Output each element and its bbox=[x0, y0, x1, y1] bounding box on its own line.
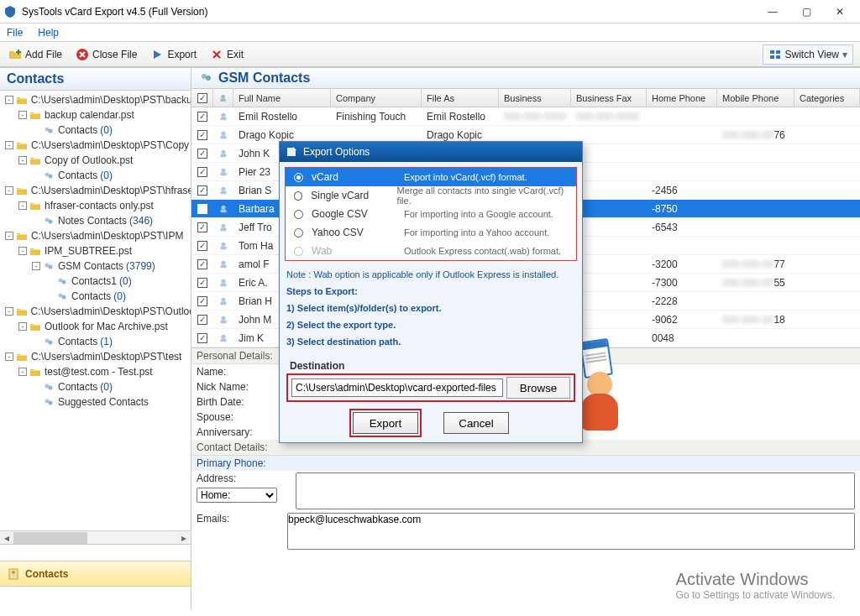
col-categories[interactable]: Categories bbox=[794, 89, 860, 107]
export-option-google-csv[interactable]: Google CSVFor importing into a Google ac… bbox=[286, 205, 576, 223]
switch-view-button[interactable]: Switch View ▾ bbox=[763, 44, 853, 65]
menubar: File Help bbox=[0, 23, 860, 42]
svg-point-6 bbox=[49, 129, 53, 133]
sidebar-nav-contacts[interactable]: Contacts bbox=[0, 561, 191, 586]
svg-rect-2 bbox=[776, 50, 780, 54]
folder-icon bbox=[29, 109, 41, 121]
expander-icon[interactable]: - bbox=[5, 96, 13, 104]
expander-icon[interactable]: - bbox=[18, 322, 27, 331]
scroll-right-icon[interactable]: ▸ bbox=[177, 531, 191, 545]
tree-node[interactable]: -C:\Users\admin\Desktop\PST\Outlook bbox=[0, 304, 191, 319]
tree-node[interactable]: -GSM Contacts (3799) bbox=[0, 258, 191, 274]
tree-node[interactable]: -Outlook for Mac Archive.pst bbox=[0, 319, 191, 334]
destination-input[interactable] bbox=[291, 378, 503, 397]
add-file-button[interactable]: Add File bbox=[3, 44, 67, 65]
expander-icon[interactable]: - bbox=[5, 141, 13, 149]
contacts-folder-icon bbox=[43, 260, 55, 272]
expander-icon[interactable]: - bbox=[5, 352, 13, 361]
menu-file[interactable]: File bbox=[7, 27, 23, 39]
destination-label: Destination bbox=[280, 357, 582, 373]
folder-tree[interactable]: -C:\Users\admin\Desktop\PST\backup-backu… bbox=[0, 91, 191, 530]
maximize-button[interactable]: ▢ bbox=[789, 1, 823, 23]
tree-node[interactable]: Contacts (0) bbox=[0, 123, 191, 138]
svg-point-51 bbox=[221, 316, 225, 320]
browse-button[interactable]: Browse bbox=[506, 377, 570, 399]
export-option-single-vcard[interactable]: Single vCardMerge all contacts into sing… bbox=[286, 186, 576, 205]
tree-node[interactable]: -C:\Users\admin\Desktop\PST\backup bbox=[0, 92, 191, 107]
table-row[interactable]: ✓Emil RostelloFinishing TouchEmil Rostel… bbox=[191, 107, 860, 126]
tree-node[interactable]: Contacts (0) bbox=[0, 289, 191, 304]
tree-node[interactable]: -C:\Users\admin\Desktop\PST\IPM bbox=[0, 228, 191, 243]
tree-node[interactable]: -C:\Users\admin\Desktop\PST\hfraser bbox=[0, 183, 191, 198]
window-title: SysTools vCard Export v4.5 (Full Version… bbox=[22, 6, 207, 18]
expander-icon[interactable]: - bbox=[32, 262, 40, 270]
scrollbar-thumb[interactable] bbox=[13, 532, 87, 544]
label-anniversary: Anniversary: bbox=[197, 426, 281, 438]
expander-icon[interactable]: - bbox=[5, 186, 13, 195]
svg-point-31 bbox=[221, 131, 225, 135]
tree-node[interactable]: Contacts1 (0) bbox=[0, 274, 191, 289]
svg-point-47 bbox=[221, 279, 225, 283]
tree-node[interactable]: Suggested Contacts bbox=[0, 394, 191, 410]
destination-row: Browse bbox=[286, 373, 575, 402]
emails-textarea[interactable]: bpeck@luceschwabkase.com bbox=[287, 513, 855, 550]
svg-rect-3 bbox=[770, 55, 774, 59]
col-businessfax[interactable]: Business Fax bbox=[571, 89, 647, 107]
address-type-select[interactable]: Home: bbox=[197, 488, 277, 503]
tree-node[interactable]: -IPM_SUBTREE.pst bbox=[0, 243, 191, 258]
tree-node[interactable]: -test@test.com - Test.pst bbox=[0, 364, 191, 379]
sidebar-scrollbar[interactable]: ◂ ▸ bbox=[0, 530, 191, 544]
tree-node[interactable]: Contacts (0) bbox=[0, 379, 191, 394]
sidebar: Contacts -C:\Users\admin\Desktop\PST\bac… bbox=[0, 68, 191, 609]
export-option-vcard[interactable]: vCardExport into vCard(.vcf) format. bbox=[286, 168, 576, 186]
exit-button[interactable]: Exit bbox=[205, 44, 249, 65]
label-name: Name: bbox=[197, 366, 281, 378]
expander-icon[interactable]: - bbox=[18, 111, 27, 119]
tree-node[interactable]: -C:\Users\admin\Desktop\PST\Copy bbox=[0, 138, 191, 153]
svg-point-43 bbox=[221, 242, 225, 246]
folder-icon bbox=[29, 200, 41, 211]
expander-icon[interactable]: - bbox=[18, 247, 27, 255]
address-textarea[interactable] bbox=[296, 472, 855, 509]
close-file-button[interactable]: Close File bbox=[71, 44, 142, 65]
tree-node[interactable]: Notes Contacts (346) bbox=[0, 213, 191, 228]
scroll-left-icon[interactable]: ◂ bbox=[0, 531, 13, 545]
expander-icon[interactable]: - bbox=[5, 232, 13, 240]
expander-icon[interactable]: - bbox=[18, 201, 27, 210]
exit-icon bbox=[210, 48, 223, 61]
folder-icon bbox=[29, 245, 41, 257]
contacts-folder-icon bbox=[56, 290, 68, 302]
folder-icon bbox=[16, 139, 28, 151]
col-fileas[interactable]: File As bbox=[422, 89, 499, 107]
expander-icon[interactable]: - bbox=[18, 156, 27, 164]
expander-icon[interactable]: - bbox=[18, 368, 27, 376]
tree-node[interactable]: Contacts (0) bbox=[0, 168, 191, 183]
tree-node[interactable]: -backup calendar.pst bbox=[0, 107, 191, 123]
col-homephone[interactable]: Home Phone bbox=[647, 89, 717, 107]
col-mobilephone[interactable]: Mobile Phone bbox=[717, 89, 794, 107]
format-options: vCardExport into vCard(.vcf) format.Sing… bbox=[285, 167, 577, 261]
tree-node[interactable]: -C:\Users\admin\Desktop\PST\test bbox=[0, 349, 191, 364]
col-fullname[interactable]: Full Name bbox=[233, 89, 331, 107]
app-icon bbox=[3, 5, 17, 18]
tree-node[interactable]: -hfraser-contacts only.pst bbox=[0, 198, 191, 213]
dialog-cancel-button[interactable]: Cancel bbox=[443, 412, 509, 434]
header-checkbox[interactable]: ✓ bbox=[191, 89, 213, 107]
minimize-button[interactable]: — bbox=[756, 1, 789, 23]
col-business[interactable]: Business bbox=[499, 89, 571, 107]
dialog-export-button[interactable]: Export bbox=[353, 412, 418, 434]
export-option-yahoo-csv[interactable]: Yahoo CSVFor importing into a Yahoo acco… bbox=[286, 223, 576, 242]
col-company[interactable]: Company bbox=[331, 89, 422, 107]
close-button[interactable]: ✕ bbox=[823, 1, 857, 23]
export-button[interactable]: Export bbox=[145, 44, 202, 65]
expander-icon[interactable]: - bbox=[5, 307, 13, 316]
menu-help[interactable]: Help bbox=[38, 27, 59, 39]
export-icon bbox=[285, 145, 298, 159]
folder-icon bbox=[16, 94, 28, 106]
tree-node[interactable]: -Copy of Outlook.pst bbox=[0, 153, 191, 168]
tree-node[interactable]: Contacts (1) bbox=[0, 334, 191, 349]
folder-icon bbox=[29, 321, 41, 332]
svg-rect-1 bbox=[770, 50, 774, 54]
sidebar-header: Contacts bbox=[0, 68, 191, 91]
svg-point-45 bbox=[221, 260, 225, 264]
